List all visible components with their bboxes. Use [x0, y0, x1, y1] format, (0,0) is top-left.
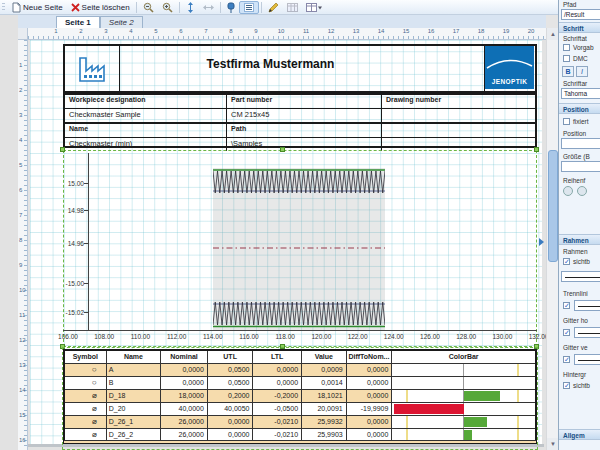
hruler-number: 20	[528, 28, 535, 34]
position-field[interactable]	[561, 138, 600, 149]
report-info-table[interactable]: Workpiece designation Part number Drawin…	[63, 93, 537, 148]
result-cell: 0,0000	[253, 377, 302, 389]
jenoptik-logo: JENOPTIK	[485, 46, 534, 89]
italic-button[interactable]: I	[576, 66, 588, 77]
separator-line-style[interactable]	[574, 300, 600, 311]
result-row[interactable]: ⌀D_1818,00000,2000-0,200018,10210,0000	[65, 390, 535, 403]
selection-handle[interactable]	[60, 147, 65, 152]
path-field[interactable]: /Result	[561, 9, 600, 20]
y-tick-label: 14.96	[60, 240, 84, 247]
colorbar-bar	[464, 430, 472, 440]
toolbar: Neue Seite Seite löschen	[0, 0, 558, 15]
list-view-button[interactable]	[239, 1, 259, 14]
fit-height-button[interactable]	[182, 1, 199, 14]
hruler-number: 7	[204, 28, 207, 34]
y-tick	[84, 243, 88, 244]
result-cell: 0,0009	[302, 364, 347, 376]
new-page-icon	[12, 2, 21, 13]
selection-handle[interactable]	[280, 147, 285, 152]
table-button[interactable]	[283, 1, 302, 14]
results-table[interactable]: SymbolNameNominalUTLLTLValueDiffToNom...…	[63, 349, 537, 444]
result-cell: 0,0000	[161, 377, 208, 389]
table-menu-button[interactable]	[302, 1, 326, 14]
result-cell: 26,0000	[161, 416, 208, 428]
hruler-number: 9	[254, 28, 257, 34]
result-row[interactable]: ○A0,00000,05000,00000,00090,0000	[65, 364, 535, 377]
result-cell: 0,0000	[347, 377, 393, 389]
order-front-button[interactable]	[563, 186, 573, 196]
section-position[interactable]: Position	[559, 103, 600, 114]
pencil-icon	[268, 2, 279, 13]
size-label: Größe (B	[563, 153, 590, 160]
grid-vertical-line-style[interactable]	[574, 354, 600, 365]
zoom-in-button[interactable]	[158, 1, 177, 14]
pin-button[interactable]	[223, 1, 239, 14]
tolerance-marker	[406, 416, 408, 428]
fixed-checkbox[interactable]	[563, 118, 570, 125]
bold-button[interactable]: B	[562, 66, 574, 77]
result-cell: 0,0000	[347, 364, 393, 376]
dmc-checkbox[interactable]	[563, 55, 570, 62]
colorbar-centerline	[463, 364, 464, 376]
grid-vertical-checkbox[interactable]: ✓	[563, 356, 570, 363]
delete-page-button[interactable]: Seite löschen	[67, 1, 134, 14]
frame-visible-checkbox[interactable]: ✓	[563, 258, 570, 265]
order-back-button[interactable]	[577, 186, 587, 196]
result-cell: -19,9909	[347, 403, 393, 415]
result-row[interactable]: ⌀D_26_126,00000,0000-0,021025,99320,0000	[65, 416, 535, 429]
results-header-cell: UTL	[208, 351, 254, 363]
section-font[interactable]: Schrift	[559, 22, 600, 33]
tab-seite-1[interactable]: Seite 1	[56, 16, 100, 28]
scrollbar-thumb[interactable]	[548, 150, 558, 262]
colorbar-centerline	[463, 377, 464, 389]
panel-collapse-arrow[interactable]	[539, 238, 544, 246]
vruler-number: 16	[19, 437, 26, 443]
vruler-number: 11	[19, 312, 25, 318]
result-row[interactable]: ○B0,00000,05000,00000,00140,0000	[65, 377, 535, 390]
separator-checkbox[interactable]: ✓	[563, 302, 570, 309]
factory-icon	[76, 53, 110, 85]
part-number-value: CM 215x45	[227, 109, 382, 122]
tolerance-marker	[517, 390, 519, 402]
fit-width-button[interactable]	[199, 1, 218, 14]
tolerance-marker	[406, 390, 408, 402]
x-tick-label: 112.00	[162, 333, 192, 340]
font-family-dropdown[interactable]: Tahoma	[561, 88, 600, 99]
zoom-out-button[interactable]	[139, 1, 158, 14]
horizontal-ruler: 1234567891011121314151617181920	[28, 28, 546, 40]
drawing-number-value	[382, 109, 535, 122]
grid-horizontal-checkbox[interactable]: ✓	[563, 329, 570, 336]
font-attr-group-label: Schriftat	[563, 35, 587, 42]
section-general[interactable]: Allgem	[559, 429, 600, 440]
y-tick	[84, 210, 88, 211]
selection-handle[interactable]	[534, 147, 539, 152]
y-tick-label: -15.02	[60, 309, 84, 316]
tab-seite-2[interactable]: Seite 2	[100, 16, 143, 28]
new-page-button[interactable]: Neue Seite	[8, 1, 67, 14]
company-title: Testfirma Mustermann	[118, 57, 423, 71]
result-cell: 20,0091	[302, 403, 347, 415]
hruler-number: 3	[104, 28, 107, 34]
section-frame[interactable]: Rahmen	[559, 234, 600, 245]
result-cell: 40,0000	[161, 403, 208, 415]
drawing-number-label: Drawing number	[382, 95, 535, 108]
grid-horizontal-line-style[interactable]	[574, 327, 600, 338]
result-cell: -0,2000	[253, 390, 302, 402]
vruler-number: 7	[19, 212, 22, 218]
hruler-number: 12	[328, 28, 335, 34]
result-row[interactable]: ⌀D_2040,000040,0050-0,050020,0091-19,990…	[65, 403, 535, 416]
result-cell: D_20	[107, 403, 162, 415]
results-header-cell: Symbol	[65, 351, 107, 363]
vorgabe-checkbox[interactable]	[563, 44, 570, 51]
vruler-number: 1	[19, 62, 22, 68]
toolbar-grip[interactable]	[2, 3, 5, 12]
grid-vertical-label: Gitter ve	[563, 344, 588, 351]
frame-line-style[interactable]	[561, 271, 600, 282]
size-field[interactable]	[561, 161, 600, 172]
background-visible-checkbox[interactable]: ✓	[563, 382, 570, 389]
properties-panel: Pfad /Result Schrift Schriftat Vorgab DM…	[558, 0, 600, 450]
edit-button[interactable]	[264, 1, 283, 14]
separator-label: Trennlini	[563, 290, 588, 297]
vertical-scrollbar[interactable]: ▲ ▼	[546, 28, 558, 450]
chart-y-axis	[88, 153, 89, 330]
